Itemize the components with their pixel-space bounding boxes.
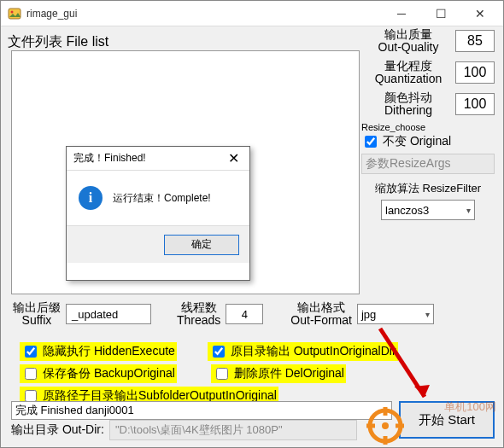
options-row: 输出后缀 Suffix _updated 线程数 Threads 4 输出格式 …: [13, 301, 495, 328]
svg-point-6: [382, 422, 389, 429]
out-format-select[interactable]: jpg ▾: [357, 304, 434, 324]
suffix-input[interactable]: _updated: [66, 304, 151, 324]
chevron-down-icon: ▾: [466, 206, 471, 215]
dialog-titlebar: 完成！Finished! ✕: [67, 147, 249, 171]
del-original-checkbox[interactable]: 删除原件 DelOriginal: [211, 364, 346, 383]
chevron-down-icon: ▾: [425, 310, 430, 319]
maximize-button[interactable]: ☐: [421, 1, 460, 26]
close-button[interactable]: ✕: [460, 1, 500, 26]
app-window: rimage_gui ─ ☐ ✕ 文件列表 File list 输出质量 Out…: [0, 0, 504, 448]
out-dir-label: 输出目录 Out-Dir:: [11, 422, 104, 438]
threads-input[interactable]: 4: [226, 304, 263, 324]
original-checkbox[interactable]: 不变 Original: [361, 133, 495, 150]
quantization-input[interactable]: 100: [455, 61, 495, 84]
out-format-value: jpg: [361, 308, 376, 321]
titlebar: rimage_gui ─ ☐ ✕: [1, 1, 503, 26]
resize-filter-label: 缩放算法 ResizeFilter: [361, 181, 495, 196]
svg-point-1: [11, 10, 14, 13]
original-checkbox-input[interactable]: [365, 136, 377, 148]
dialog-title: 完成！Finished!: [73, 151, 220, 166]
minimize-button[interactable]: ─: [382, 1, 421, 26]
dialog-close-button[interactable]: ✕: [220, 150, 246, 166]
right-panel: 输出质量 Out-Quality 85 量化程度 Quantization 10…: [361, 28, 495, 220]
finished-dialog: 完成！Finished! ✕ i 运行结束！Complete! 确定: [66, 146, 250, 281]
resize-args-input[interactable]: 参数ResizeArgs: [361, 154, 495, 174]
resize-filter-select[interactable]: lanczos3 ▾: [381, 200, 475, 220]
info-icon: i: [79, 186, 103, 210]
output-in-original-dir-checkbox[interactable]: 原目录输出 OutputInOriginalDir: [208, 342, 398, 361]
out-format-label: 输出格式 Out-Format: [290, 301, 352, 328]
dithering-label: 颜色抖动 Dithering: [361, 91, 455, 118]
window-body: 文件列表 File list 输出质量 Out-Quality 85 量化程度 …: [1, 26, 503, 447]
dialog-message: 运行结束！Complete!: [113, 191, 211, 206]
resize-choose-label: Resize_choose: [361, 122, 495, 132]
window-title: rimage_gui: [26, 8, 382, 20]
hidden-execute-checkbox[interactable]: 隐藏执行 HiddenExecute: [20, 342, 177, 361]
resize-filter-value: lanczos3: [385, 204, 429, 217]
out-quality-label: 输出质量 Out-Quality: [361, 28, 455, 55]
original-checkbox-label: 不变 Original: [383, 134, 451, 149]
checkbox-group: 隐藏执行 HiddenExecute 原目录输出 OutputInOrigina…: [20, 342, 495, 409]
backup-original-checkbox[interactable]: 保存备份 BackupOriginal: [20, 364, 177, 383]
out-quality-input[interactable]: 85: [455, 30, 495, 52]
suffix-label: 输出后缀 Suffix: [13, 301, 61, 328]
out-dir-path[interactable]: "D:\tools\桌面\4K壁纸图片 1080P": [109, 420, 357, 440]
threads-label: 线程数 Threads: [177, 301, 220, 328]
quantization-label: 量化程度 Quantization: [361, 60, 455, 86]
out-dir-row: 输出目录 Out-Dir: "D:\tools\桌面\4K壁纸图片 1080P": [11, 420, 357, 440]
svg-rect-0: [9, 9, 21, 19]
app-icon: [8, 7, 21, 20]
dialog-ok-button[interactable]: 确定: [164, 235, 239, 255]
status-bar: 完成 Finished danji0001: [11, 401, 392, 420]
start-button[interactable]: 开始 Start: [399, 401, 495, 439]
dithering-input[interactable]: 100: [455, 93, 495, 115]
